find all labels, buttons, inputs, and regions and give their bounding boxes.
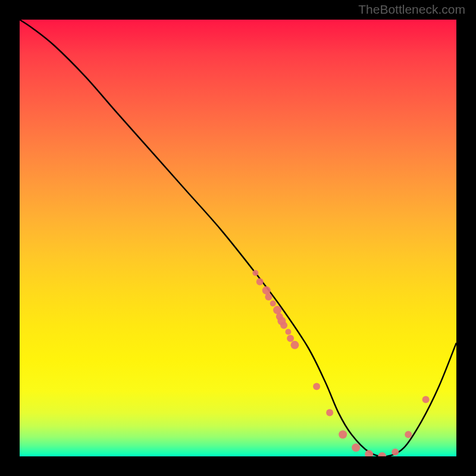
watermark-text: TheBottleneck.com xyxy=(358,2,465,17)
marker-point xyxy=(313,383,320,390)
marker-point xyxy=(280,322,287,329)
marker-point xyxy=(285,329,291,335)
marker-point xyxy=(262,286,271,295)
bottleneck-curve xyxy=(20,20,456,456)
chart-svg xyxy=(20,20,456,456)
marker-point xyxy=(378,452,386,456)
marker-point xyxy=(270,300,276,306)
marker-point xyxy=(352,443,360,452)
marker-point xyxy=(265,293,272,300)
marker-point xyxy=(287,335,294,342)
marker-point xyxy=(326,409,333,416)
chart-gradient-area xyxy=(20,20,456,456)
marker-point xyxy=(256,278,264,285)
marker-point xyxy=(252,270,258,276)
marker-point xyxy=(365,450,373,456)
marker-group xyxy=(252,270,429,456)
marker-point xyxy=(290,341,299,349)
marker-point xyxy=(422,396,430,403)
marker-point xyxy=(273,306,281,314)
marker-point xyxy=(405,431,412,438)
marker-point xyxy=(339,430,347,439)
marker-point xyxy=(392,449,399,456)
